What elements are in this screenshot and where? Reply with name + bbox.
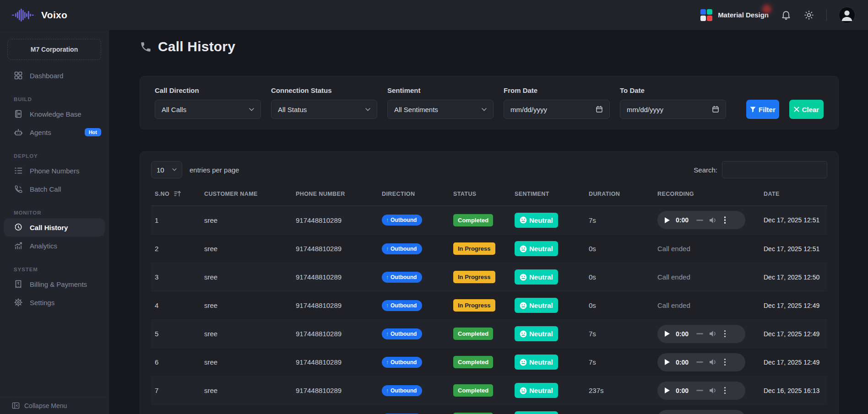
call-direction-select[interactable]: All Calls: [155, 100, 261, 119]
cell-date: Dec 17, 2025 12:50: [764, 274, 824, 281]
column-header-sentiment[interactable]: SENTIMENT: [515, 191, 589, 197]
sentiment-select[interactable]: All Sentiments: [387, 100, 494, 119]
theme-toggle-button[interactable]: [803, 10, 814, 21]
brand-name: Voixo: [41, 10, 67, 21]
sentiment-badge: Neutral: [515, 411, 558, 414]
player-menu-button[interactable]: [723, 358, 727, 366]
robot-icon: [14, 128, 23, 137]
filter-label: To Date: [620, 86, 726, 94]
player-menu-button[interactable]: [723, 215, 727, 224]
cell-phone-number: 917448810289: [296, 216, 382, 224]
connection-status-select[interactable]: All Status: [271, 100, 377, 119]
cell-status: In Progress: [453, 242, 515, 255]
player-time: 0:00: [676, 216, 690, 224]
cell-direction: ↑ Outbound: [382, 243, 453, 254]
sentiment-label: Neutral: [529, 330, 553, 338]
volume-icon[interactable]: [709, 217, 717, 224]
material-design-theme-chip[interactable]: Material Design: [700, 9, 769, 21]
sidebar-item-call-history[interactable]: Call History: [4, 218, 105, 237]
sidebar-item-label: Agents: [30, 129, 51, 136]
sidebar-item-dashboard[interactable]: Dashboard: [0, 66, 108, 85]
sidebar-item-settings[interactable]: Settings: [0, 293, 108, 312]
direction-badge: ↑ Outbound: [382, 243, 422, 254]
numbered-list-icon: [14, 166, 23, 175]
player-menu-button[interactable]: [723, 329, 727, 338]
column-header-duration[interactable]: DURATION: [589, 191, 657, 197]
column-header-label: S.NO: [155, 191, 169, 197]
sentiment-label: Neutral: [529, 358, 553, 366]
collapse-sidebar-icon: [12, 402, 20, 409]
cell-phone-number: 917448810289: [296, 273, 382, 281]
to-date-input[interactable]: mm/dd/yyyy: [620, 100, 726, 119]
column-header-sno[interactable]: S.NO: [155, 190, 204, 197]
play-button[interactable]: [665, 331, 670, 337]
filter-to-date: To Date mm/dd/yyyy: [620, 86, 726, 119]
cell-date: Dec 17, 2025 12:51: [764, 245, 824, 253]
filter-button[interactable]: Filter: [746, 100, 779, 119]
sidebar-item-analytics[interactable]: Analytics: [0, 237, 108, 255]
volume-icon[interactable]: [709, 387, 717, 394]
recording-note: Call ended: [657, 273, 690, 281]
sidebar-item-knowledge-base[interactable]: Knowledge Base: [0, 105, 108, 123]
calendar-icon: [596, 106, 603, 113]
billing-receipt-icon: ₹: [14, 280, 23, 289]
play-button[interactable]: [665, 387, 670, 393]
play-button[interactable]: [665, 217, 670, 223]
column-header-customer-name[interactable]: CUSTOMER NAME: [204, 191, 296, 197]
volume-icon[interactable]: [709, 330, 717, 337]
org-selector[interactable]: M7 Corporation: [7, 39, 101, 60]
sidebar-item-agents[interactable]: Agents Hot: [0, 123, 108, 141]
hot-badge: Hot: [85, 128, 101, 136]
player-menu-button[interactable]: [723, 386, 727, 395]
seek-bar[interactable]: [696, 390, 703, 391]
column-header-status[interactable]: STATUS: [453, 191, 515, 197]
page-title: Call History: [158, 39, 235, 54]
cell-direction: ↑ Outbound: [382, 215, 453, 226]
table-row: 4 sree 917448810289 ↑ Outbound In Progre…: [151, 291, 827, 319]
from-date-input[interactable]: mm/dd/yyyy: [504, 100, 610, 119]
sidebar: M7 Corporation Dashboard BUILD Knowledge…: [0, 30, 109, 414]
direction-badge: ↑ Outbound: [382, 357, 422, 368]
cell-direction: ↑ Outbound: [382, 385, 453, 396]
filter-label: Call Direction: [155, 86, 261, 94]
neutral-face-icon: [520, 245, 527, 253]
sidebar-item-billing-payments[interactable]: ₹ Billing & Payments: [0, 275, 108, 293]
seek-bar[interactable]: [696, 220, 703, 221]
chevron-down-icon: [172, 168, 177, 171]
cell-sentiment: Neutral: [515, 411, 589, 414]
cell-customer-name: sree: [204, 387, 296, 394]
cell-customer-name: sree: [204, 245, 296, 253]
collapse-menu-button[interactable]: Collapse Menu: [0, 397, 108, 414]
cell-status: Completed: [453, 356, 515, 368]
sentiment-badge: Neutral: [515, 355, 558, 370]
direction-label: Outbound: [391, 274, 417, 280]
clear-button[interactable]: Clear: [789, 100, 824, 119]
cell-recording: Call ended: [657, 273, 764, 281]
search-input[interactable]: [722, 161, 827, 178]
table-row: 7 sree 917448810289 ↑ Outbound Completed: [151, 376, 827, 404]
column-header-date[interactable]: DATE: [764, 191, 824, 197]
call-history-clock-icon: [14, 223, 23, 232]
notifications-button[interactable]: [781, 10, 792, 21]
filter-button-label: Filter: [759, 106, 776, 113]
material-palette-icon: [700, 9, 712, 21]
column-header-recording[interactable]: RECORDING: [657, 191, 764, 197]
player-time: 0:00: [676, 387, 690, 394]
volume-icon[interactable]: [709, 359, 717, 366]
play-button[interactable]: [665, 359, 670, 365]
sentiment-label: Neutral: [529, 245, 553, 253]
seek-bar[interactable]: [696, 361, 703, 363]
page-size-select[interactable]: 10: [151, 161, 182, 178]
cell-sno: 5: [155, 330, 204, 338]
user-avatar[interactable]: [839, 7, 855, 23]
sidebar-item-batch-call[interactable]: Batch Call: [0, 180, 108, 198]
column-header-direction[interactable]: DIRECTION: [382, 191, 453, 197]
cell-sno: 4: [155, 301, 204, 309]
sort-icon[interactable]: [174, 190, 181, 197]
cell-sentiment: Neutral: [515, 326, 589, 341]
status-badge: Completed: [453, 356, 493, 368]
column-header-phone-number[interactable]: PHONE NUMBER: [296, 191, 382, 197]
page-size-value: 10: [157, 166, 164, 174]
seek-bar[interactable]: [696, 333, 703, 334]
sidebar-item-phone-numbers[interactable]: Phone Numbers: [0, 161, 108, 180]
